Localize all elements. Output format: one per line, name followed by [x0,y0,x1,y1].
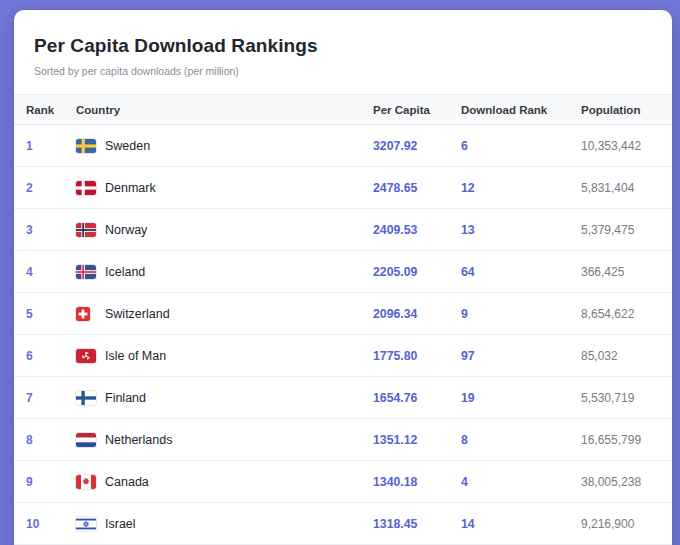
country-name: Switzerland [105,307,170,321]
column-header-download-rank: Download Rank [461,95,581,125]
rank-cell: 5 [14,293,76,335]
page-title: Per Capita Download Rankings [34,34,652,57]
country-name: Iceland [105,265,145,279]
table-row: 10Israel1318.45149,216,900 [14,503,672,545]
country-cell: Sweden [76,125,373,167]
table-row: 9Canada1340.18438,005,238 [14,461,672,503]
column-header-per-capita: Per Capita [373,95,461,125]
table-row: 3Norway2409.53135,379,475 [14,209,672,251]
population-cell: 5,379,475 [581,209,672,251]
flag-denmark-icon [76,181,96,195]
country-cell: Denmark [76,167,373,209]
column-header-population: Population [581,95,672,125]
table-row: 2Denmark2478.65125,831,404 [14,167,672,209]
country-cell: Netherlands [76,419,373,461]
table-header-row: RankCountryPer CapitaDownload RankPopula… [14,95,672,125]
rank-cell: 9 [14,461,76,503]
table-row: 8Netherlands1351.12816,655,799 [14,419,672,461]
download-rank-cell: 13 [461,209,581,251]
download-rank-cell: 4 [461,461,581,503]
download-rank-cell: 14 [461,503,581,545]
per-capita-cell: 2205.09 [373,251,461,293]
country-cell: Norway [76,209,373,251]
country-cell: Isle of Man [76,335,373,377]
country-cell: Finland [76,377,373,419]
download-rank-cell: 8 [461,419,581,461]
rank-cell: 3 [14,209,76,251]
flag-switzerland-icon [76,307,96,321]
table-row: 6Isle of Man1775.809785,032 [14,335,672,377]
flag-netherlands-icon [76,433,96,447]
download-rank-cell: 12 [461,167,581,209]
per-capita-cell: 2409.53 [373,209,461,251]
download-rank-cell: 19 [461,377,581,419]
table-row: 7Finland1654.76195,530,719 [14,377,672,419]
page-subtitle: Sorted by per capita downloads (per mill… [34,65,652,78]
per-capita-cell: 1775.80 [373,335,461,377]
country-name: Norway [105,223,147,237]
rank-cell: 4 [14,251,76,293]
population-cell: 16,655,799 [581,419,672,461]
flag-israel-icon [76,517,96,531]
card-header: Per Capita Download Rankings Sorted by p… [14,10,672,78]
flag-sweden-icon [76,139,96,153]
rankings-table: RankCountryPer CapitaDownload RankPopula… [14,94,672,545]
rank-cell: 1 [14,125,76,167]
flag-norway-icon [76,223,96,237]
table-row: 5Switzerland2096.3498,654,622 [14,293,672,335]
population-cell: 8,654,622 [581,293,672,335]
per-capita-cell: 1351.12 [373,419,461,461]
flag-canada-icon [76,475,96,489]
download-rank-cell: 97 [461,335,581,377]
population-cell: 38,005,238 [581,461,672,503]
rank-cell: 6 [14,335,76,377]
table-row: 1Sweden3207.92610,353,442 [14,125,672,167]
country-cell: Canada [76,461,373,503]
per-capita-cell: 3207.92 [373,125,461,167]
rank-cell: 10 [14,503,76,545]
per-capita-cell: 2478.65 [373,167,461,209]
population-cell: 5,530,719 [581,377,672,419]
country-name: Sweden [105,139,150,153]
rank-cell: 2 [14,167,76,209]
column-header-country: Country [76,95,373,125]
country-name: Finland [105,391,146,405]
per-capita-cell: 2096.34 [373,293,461,335]
download-rank-cell: 9 [461,293,581,335]
country-name: Isle of Man [105,349,166,363]
column-header-rank: Rank [14,95,76,125]
population-cell: 5,831,404 [581,167,672,209]
flag-iceland-icon [76,265,96,279]
per-capita-cell: 1654.76 [373,377,461,419]
table-row: 4Iceland2205.0964366,425 [14,251,672,293]
population-cell: 10,353,442 [581,125,672,167]
country-name: Israel [105,517,136,531]
download-rank-cell: 64 [461,251,581,293]
population-cell: 9,216,900 [581,503,672,545]
country-cell: Switzerland [76,293,373,335]
country-cell: Iceland [76,251,373,293]
population-cell: 366,425 [581,251,672,293]
country-name: Canada [105,475,149,489]
rank-cell: 7 [14,377,76,419]
flag-isle-of-man-icon [76,349,96,363]
country-name: Netherlands [105,433,172,447]
download-rank-cell: 6 [461,125,581,167]
country-name: Denmark [105,181,156,195]
rank-cell: 8 [14,419,76,461]
per-capita-cell: 1340.18 [373,461,461,503]
per-capita-cell: 1318.45 [373,503,461,545]
flag-finland-icon [76,391,96,405]
rankings-card: Per Capita Download Rankings Sorted by p… [14,10,672,545]
country-cell: Israel [76,503,373,545]
population-cell: 85,032 [581,335,672,377]
